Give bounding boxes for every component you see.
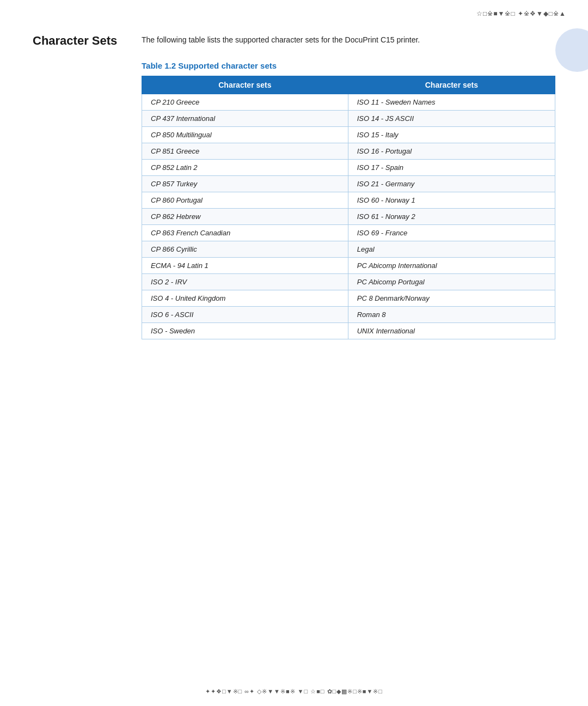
cell-col2: UNIX International — [348, 323, 555, 339]
cell-col2: Roman 8 — [348, 307, 555, 323]
cell-col1: ECMA - 94 Latin 1 — [142, 258, 348, 274]
main-content: The following table lists the supported … — [142, 34, 555, 339]
table-row: ECMA - 94 Latin 1PC Abicomp Internationa… — [142, 258, 555, 274]
col2-header: Character sets — [348, 76, 555, 94]
cell-col2: ISO 14 - JS ASCII — [348, 111, 555, 127]
table-row: CP 863 French CanadianISO 69 - France — [142, 225, 555, 241]
cell-col1: CP 210 Greece — [142, 94, 348, 111]
table-row: CP 860 PortugalISO 60 - Norway 1 — [142, 192, 555, 209]
table-row: ISO - SwedenUNIX International — [142, 323, 555, 339]
table-row: CP 850 MultilingualISO 15 - Italy — [142, 127, 555, 143]
cell-col1: CP 862 Hebrew — [142, 209, 348, 225]
character-sets-table: Character sets Character sets CP 210 Gre… — [142, 76, 555, 339]
table-row: CP 210 GreeceISO 11 - Sweden Names — [142, 94, 555, 111]
page-header: ☆□※■▼※□ ✦※❖▼◆□※▲ — [0, 0, 588, 17]
table-row: CP 862 HebrewISO 61 - Norway 2 — [142, 209, 555, 225]
cell-col1: CP 850 Multilingual — [142, 127, 348, 143]
cell-col1: ISO 6 - ASCII — [142, 307, 348, 323]
cell-col1: ISO 2 - IRV — [142, 274, 348, 290]
cell-col2: PC Abicomp Portugal — [348, 274, 555, 290]
cell-col2: PC 8 Denmark/Norway — [348, 290, 555, 307]
intro-paragraph: The following table lists the supported … — [142, 34, 555, 46]
table-row: CP 851 GreeceISO 16 - Portugal — [142, 143, 555, 160]
cell-col2: PC Abicomp International — [348, 258, 555, 274]
cell-col2: ISO 11 - Sweden Names — [348, 94, 555, 111]
table-caption: Table 1.2 Supported character sets — [142, 61, 555, 70]
cell-col2: Legal — [348, 241, 555, 258]
table-row: ISO 4 - United KingdomPC 8 Denmark/Norwa… — [142, 290, 555, 307]
table-row: ISO 2 - IRVPC Abicomp Portugal — [142, 274, 555, 290]
cell-col1: CP 437 International — [142, 111, 348, 127]
cell-col1: ISO 4 - United Kingdom — [142, 290, 348, 307]
cell-col2: ISO 61 - Norway 2 — [348, 209, 555, 225]
decorative-circle — [555, 28, 588, 72]
cell-col1: CP 857 Turkey — [142, 176, 348, 192]
cell-col2: ISO 15 - Italy — [348, 127, 555, 143]
section-title: Character Sets — [33, 34, 142, 339]
table-row: ISO 6 - ASCIIRoman 8 — [142, 307, 555, 323]
cell-col2: ISO 69 - France — [348, 225, 555, 241]
table-row: CP 866 CyrillicLegal — [142, 241, 555, 258]
cell-col2: ISO 21 - Germany — [348, 176, 555, 192]
cell-col1: CP 866 Cyrillic — [142, 241, 348, 258]
cell-col1: CP 860 Portugal — [142, 192, 348, 209]
col1-header: Character sets — [142, 76, 348, 94]
cell-col1: CP 851 Greece — [142, 143, 348, 160]
cell-col2: ISO 60 - Norway 1 — [348, 192, 555, 209]
table-row: CP 857 TurkeyISO 21 - Germany — [142, 176, 555, 192]
cell-col1: ISO - Sweden — [142, 323, 348, 339]
cell-col2: ISO 17 - Spain — [348, 160, 555, 176]
table-row: CP 437 InternationalISO 14 - JS ASCII — [142, 111, 555, 127]
table-row: CP 852 Latin 2ISO 17 - Spain — [142, 160, 555, 176]
cell-col1: CP 863 French Canadian — [142, 225, 348, 241]
page-footer: ✦✦❖□▼※□ ∞✦ ◇※▼▼※■※ ▼□ ☆■□ ✿□◆▩※□※■▼※□ — [0, 688, 588, 695]
cell-col2: ISO 16 - Portugal — [348, 143, 555, 160]
cell-col1: CP 852 Latin 2 — [142, 160, 348, 176]
